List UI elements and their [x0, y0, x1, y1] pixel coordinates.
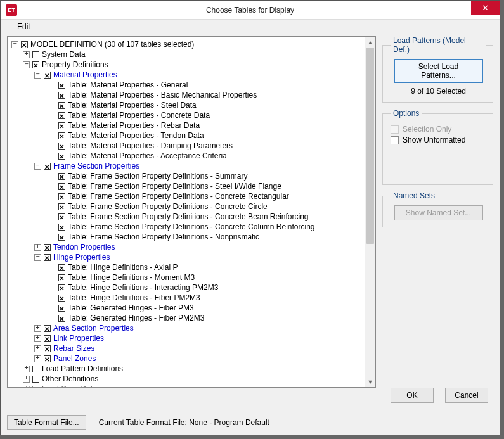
node-label[interactable]: Table: Material Properties - Basic Mecha… — [68, 90, 257, 100]
node-label[interactable]: Load Pattern Definitions — [42, 364, 123, 374]
checkbox[interactable] — [58, 122, 65, 129]
checkbox[interactable] — [58, 274, 65, 281]
checkbox[interactable] — [21, 41, 28, 48]
node-label[interactable]: Rebar Sizes — [53, 343, 94, 353]
checkbox[interactable] — [58, 153, 65, 160]
checkbox[interactable] — [58, 173, 65, 180]
node-label[interactable]: Table: Generated Hinges - Fiber PM3 — [68, 303, 194, 313]
checkbox[interactable] — [58, 193, 65, 200]
checkbox-show-unformatted[interactable] — [391, 136, 399, 144]
node-label[interactable]: Table: Material Properties - Acceptance … — [68, 151, 227, 161]
select-load-patterns-button[interactable]: Select Load Patterns... — [394, 59, 483, 83]
node-label[interactable]: Table: Material Properties - General — [68, 80, 188, 90]
checkbox[interactable] — [58, 112, 65, 119]
checkbox[interactable] — [58, 224, 65, 231]
tree-leaf: Table: Frame Section Property Definition… — [9, 201, 363, 212]
scroll-up-icon[interactable]: ▲ — [365, 37, 375, 48]
toggle-icon[interactable] — [23, 51, 30, 58]
checkbox[interactable] — [32, 51, 39, 58]
toggle-icon[interactable] — [23, 376, 30, 383]
checkbox[interactable] — [44, 345, 51, 352]
node-label[interactable]: Table: Frame Section Property Definition… — [68, 201, 268, 212]
tree-scroll[interactable]: MODEL DEFINITION (30 of 107 tables selec… — [8, 37, 365, 387]
toggle-icon[interactable] — [34, 254, 41, 261]
checkbox[interactable] — [32, 376, 39, 383]
vertical-scrollbar[interactable]: ▲ ▼ — [365, 37, 375, 387]
checkbox[interactable] — [58, 203, 65, 210]
ok-button[interactable]: OK — [391, 388, 434, 403]
checkbox[interactable] — [58, 82, 65, 89]
scroll-thumb[interactable] — [366, 48, 374, 244]
node-label[interactable]: Table: Frame Section Property Definition… — [68, 222, 315, 232]
cancel-button[interactable]: Cancel — [445, 388, 488, 403]
dialog-window: ET Choose Tables for Display ✕ Edit MODE… — [0, 0, 500, 435]
node-label[interactable]: Table: Hinge Definitions - Axial P — [68, 262, 178, 272]
checkbox[interactable] — [44, 72, 51, 79]
toggle-icon[interactable] — [23, 61, 30, 68]
node-label[interactable]: Table: Frame Section Property Definition… — [68, 191, 289, 201]
checkbox[interactable] — [32, 386, 39, 388]
checkbox[interactable] — [58, 143, 65, 150]
node-label[interactable]: Material Properties — [53, 70, 117, 80]
toggle-icon[interactable] — [23, 366, 30, 372]
node-label[interactable]: Table: Material Properties - Rebar Data — [68, 120, 200, 130]
node-label[interactable]: Table: Frame Section Property Definition… — [68, 212, 309, 222]
toggle-icon[interactable] — [11, 41, 18, 48]
toggle-icon[interactable] — [34, 335, 41, 342]
node-label[interactable]: Load Case Definitions — [42, 384, 116, 387]
toggle-icon[interactable] — [34, 345, 41, 352]
node-label[interactable]: Panel Zones — [53, 353, 96, 364]
node-label[interactable]: Table: Material Properties - Concrete Da… — [68, 110, 210, 120]
node-label[interactable]: System Data — [42, 49, 86, 60]
node-label[interactable]: MODEL DEFINITION (30 of 107 tables selec… — [30, 39, 194, 49]
tree-node-system-data: System Data — [9, 49, 363, 60]
scroll-down-icon[interactable]: ▼ — [365, 376, 375, 387]
checkbox[interactable] — [58, 132, 65, 139]
node-label[interactable]: Table: Frame Section Property Definition… — [68, 181, 281, 191]
node-label[interactable]: Other Definitions — [42, 374, 98, 384]
checkbox[interactable] — [58, 284, 65, 291]
node-label[interactable]: Property Definitions — [42, 60, 108, 70]
node-label[interactable]: Table: Material Properties - Damping Par… — [68, 141, 233, 151]
menu-edit[interactable]: Edit — [13, 21, 34, 32]
node-label[interactable]: Table: Hinge Definitions - Fiber PM2M3 — [68, 293, 200, 303]
checkbox[interactable] — [32, 366, 39, 372]
checkbox[interactable] — [44, 335, 51, 342]
checkbox[interactable] — [44, 244, 51, 251]
checkbox[interactable] — [58, 102, 65, 109]
node-label[interactable]: Table: Hinge Definitions - Interacting P… — [68, 283, 218, 293]
toggle-icon[interactable] — [34, 163, 41, 170]
node-label[interactable]: Table: Frame Section Property Definition… — [68, 232, 259, 242]
toggle-icon[interactable] — [34, 244, 41, 251]
close-button[interactable]: ✕ — [471, 1, 500, 15]
checkbox[interactable] — [58, 305, 65, 312]
node-label[interactable]: Tendon Properties — [53, 242, 115, 252]
node-label[interactable]: Area Section Properties — [53, 323, 134, 333]
checkbox[interactable] — [58, 213, 65, 220]
node-label[interactable]: Hinge Properties — [53, 252, 110, 262]
checkbox[interactable] — [58, 234, 65, 241]
checkbox[interactable] — [44, 325, 51, 332]
node-label[interactable]: Table: Material Properties - Tendon Data — [68, 130, 204, 141]
checkbox[interactable] — [58, 92, 65, 99]
checkbox[interactable] — [58, 183, 65, 190]
node-label[interactable]: Table: Frame Section Property Definition… — [68, 171, 247, 181]
checkbox[interactable] — [58, 264, 65, 271]
checkbox[interactable] — [58, 315, 65, 322]
checkbox[interactable] — [32, 61, 39, 68]
node-label[interactable]: Link Properties — [53, 333, 104, 343]
checkbox[interactable] — [58, 295, 65, 302]
checkbox[interactable] — [44, 163, 51, 170]
node-label[interactable]: Table: Generated Hinges - Fiber PM2M3 — [68, 313, 204, 323]
toggle-icon[interactable] — [34, 355, 41, 362]
node-label[interactable]: Frame Section Properties — [53, 161, 139, 171]
toggle-icon[interactable] — [34, 72, 41, 79]
toggle-icon[interactable] — [34, 325, 41, 332]
node-label[interactable]: Table: Hinge Definitions - Moment M3 — [68, 272, 195, 283]
toggle-icon[interactable] — [23, 386, 30, 388]
table-format-file-button[interactable]: Table Format File... — [7, 415, 86, 430]
checkbox[interactable] — [44, 254, 51, 261]
checkbox[interactable] — [44, 355, 51, 362]
node-label[interactable]: Table: Material Properties - Steel Data — [68, 100, 197, 110]
show-named-set-button: Show Named Set... — [394, 205, 483, 220]
